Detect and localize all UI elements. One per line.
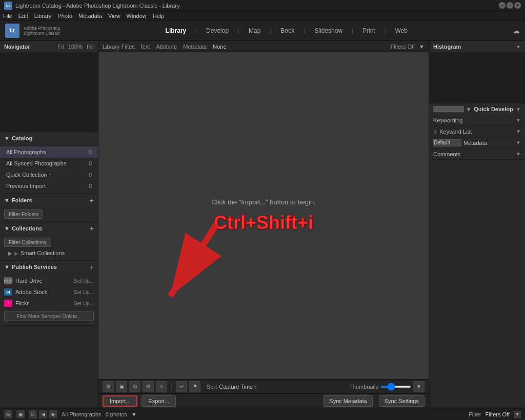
- keywording-row[interactable]: Keywording ▼: [429, 115, 525, 126]
- sync-metadata-button[interactable]: Sync Metadata: [324, 395, 372, 407]
- titlebar-controls[interactable]: ─ □ ✕: [499, 2, 521, 9]
- zoom-fill[interactable]: Fill: [87, 44, 94, 50]
- status-arrow-left[interactable]: ◀: [39, 410, 47, 418]
- menu-window[interactable]: Window: [127, 13, 147, 19]
- rotate-left-button[interactable]: ↩: [176, 381, 187, 392]
- publish-services-header[interactable]: ▼ Publish Services +: [0, 261, 98, 273]
- publish-adobe-stock[interactable]: St Adobe Stock Set Up...: [0, 286, 98, 298]
- filter-folders-button[interactable]: Filter Folders: [4, 209, 43, 219]
- navigator-header[interactable]: Navigator Fit 100% Fill: [0, 41, 98, 52]
- status-end-toggle[interactable]: ▼: [514, 411, 521, 418]
- nav-map[interactable]: Map: [249, 27, 260, 34]
- keywording-collapse[interactable]: ▼: [516, 117, 521, 123]
- filter-metadata[interactable]: Metadata: [183, 44, 207, 50]
- photos-count[interactable]: 0 photos: [106, 411, 127, 417]
- status-grid-icon[interactable]: ⊞: [4, 410, 12, 418]
- loupe-view-button[interactable]: ▣: [116, 381, 127, 392]
- filters-off[interactable]: Filters Off: [391, 44, 415, 50]
- bottom-actions: Import... Export... Sync Metadata Sync S…: [98, 393, 429, 408]
- zoom-fit[interactable]: Fit: [58, 44, 64, 50]
- maximize-button[interactable]: □: [507, 2, 513, 9]
- status-view-icon1[interactable]: ⊟: [29, 410, 37, 418]
- keyword-list-add[interactable]: +: [433, 128, 437, 136]
- catalog-all-photographs[interactable]: All Photographs 0: [0, 146, 98, 158]
- histogram-collapse[interactable]: ▼: [516, 44, 521, 50]
- import-button[interactable]: Import...: [103, 395, 137, 407]
- folders-add[interactable]: +: [90, 196, 94, 204]
- adobe-stock-setup[interactable]: Set Up...: [74, 289, 94, 295]
- zoom-100[interactable]: 100%: [68, 44, 83, 50]
- metadata-collapse[interactable]: ▼: [516, 140, 521, 145]
- menu-view[interactable]: View: [108, 13, 120, 19]
- nav-develop[interactable]: Develop: [206, 27, 229, 34]
- filter-label: Library Filter:: [103, 44, 135, 50]
- thumbnail-size-slider[interactable]: [380, 386, 411, 388]
- export-button[interactable]: Export...: [142, 395, 176, 407]
- comments-collapse[interactable]: ▼: [516, 151, 521, 157]
- library-grid: Click the "Import..." button to begin. C…: [98, 52, 429, 379]
- sync-settings-button[interactable]: Sync Settings: [379, 395, 425, 407]
- smart-collections-label: Smart Collections: [21, 250, 65, 256]
- collections-add[interactable]: +: [90, 224, 94, 233]
- hard-drive-setup[interactable]: Set Up...: [74, 278, 94, 284]
- publish-hard-drive[interactable]: HDD Hard Drive Set Up...: [0, 275, 98, 286]
- survey-view-button[interactable]: ⊟: [143, 381, 154, 392]
- compare-view-button[interactable]: ⧉: [129, 381, 140, 392]
- histogram-section: Histogram ▼: [429, 41, 525, 103]
- quick-develop-preset-dropdown[interactable]: ▼: [466, 107, 471, 112]
- nav-library[interactable]: Library: [166, 27, 187, 34]
- nav-print[interactable]: Print: [362, 27, 375, 34]
- filter-none[interactable]: None: [213, 44, 226, 50]
- status-loupe-icon[interactable]: ▣: [16, 410, 25, 418]
- app-logo: Lr: [5, 24, 19, 38]
- histogram-header[interactable]: Histogram ▼: [429, 41, 525, 52]
- menu-photo[interactable]: Photo: [57, 13, 72, 19]
- grid-view-button[interactable]: ⊞: [103, 381, 114, 392]
- filter-collections-button[interactable]: Filter Collections: [4, 238, 51, 247]
- arrow-container: [139, 214, 242, 318]
- catalog-quick-collection[interactable]: Quick Collection + 0: [0, 169, 98, 180]
- menu-help[interactable]: Help: [153, 13, 165, 19]
- status-arrow-right[interactable]: ▶: [49, 410, 57, 418]
- comments-row[interactable]: Comments ▼: [429, 149, 525, 160]
- quick-develop-header[interactable]: ▼ Quick Develop ▼: [429, 103, 525, 115]
- view-options-button[interactable]: ▼: [413, 381, 425, 392]
- cloud-icon[interactable]: ☁: [513, 27, 520, 35]
- publish-flickr[interactable]: f Flickr Set Up...: [0, 298, 98, 309]
- filter-toggle[interactable]: ▼: [419, 44, 425, 50]
- nav-web[interactable]: Web: [395, 27, 408, 34]
- filter-attribute[interactable]: Attribute: [156, 44, 177, 50]
- menu-library[interactable]: Library: [34, 13, 52, 19]
- filter-text[interactable]: Text: [139, 44, 150, 50]
- folders-header[interactable]: ▼ Folders +: [0, 194, 98, 206]
- keyword-list-row[interactable]: + Keyword List ▼: [429, 126, 525, 137]
- minimize-button[interactable]: ─: [499, 2, 506, 9]
- menu-metadata[interactable]: Metadata: [78, 13, 102, 19]
- nav-slideshow[interactable]: Slideshow: [314, 27, 342, 34]
- quick-develop-bar: ▼: [433, 106, 471, 112]
- catalog-all-synced[interactable]: All Synced Photographs 0: [0, 158, 98, 169]
- sort-value[interactable]: Capture Time ↑: [219, 384, 257, 390]
- people-view-button[interactable]: ☺: [156, 381, 167, 392]
- publish-services-add[interactable]: +: [90, 263, 94, 271]
- metadata-preset-input[interactable]: [433, 139, 461, 146]
- catalog-header[interactable]: ▼ Catalog: [0, 132, 98, 144]
- flag-button[interactable]: ⚑: [189, 381, 200, 392]
- close-button[interactable]: ✕: [514, 2, 521, 9]
- right-panel-toggle[interactable]: ▶: [429, 214, 429, 235]
- quick-develop-preset-input[interactable]: [433, 106, 464, 112]
- menu-file[interactable]: File: [3, 13, 12, 19]
- status-filters-off[interactable]: Filters Off: [486, 411, 510, 417]
- adobe-stock-icon: St: [4, 288, 12, 296]
- keyword-list-collapse[interactable]: ▼: [516, 129, 521, 134]
- catalog-previous-import[interactable]: Previous Import 0: [0, 180, 98, 192]
- photos-dropdown[interactable]: ▼: [131, 411, 137, 417]
- quick-develop-collapse[interactable]: ▼: [516, 107, 521, 112]
- nav-book[interactable]: Book: [280, 27, 294, 34]
- smart-collections-item[interactable]: ▶ ▶ Smart Collections: [4, 248, 98, 258]
- find-more-services-button[interactable]: Find More Services Online...: [4, 311, 94, 321]
- collections-header[interactable]: ▼ Collections +: [0, 222, 98, 235]
- metadata-row[interactable]: Metadata ▼: [429, 137, 525, 149]
- menu-edit[interactable]: Edit: [18, 13, 28, 19]
- flickr-setup[interactable]: Set Up...: [74, 301, 94, 306]
